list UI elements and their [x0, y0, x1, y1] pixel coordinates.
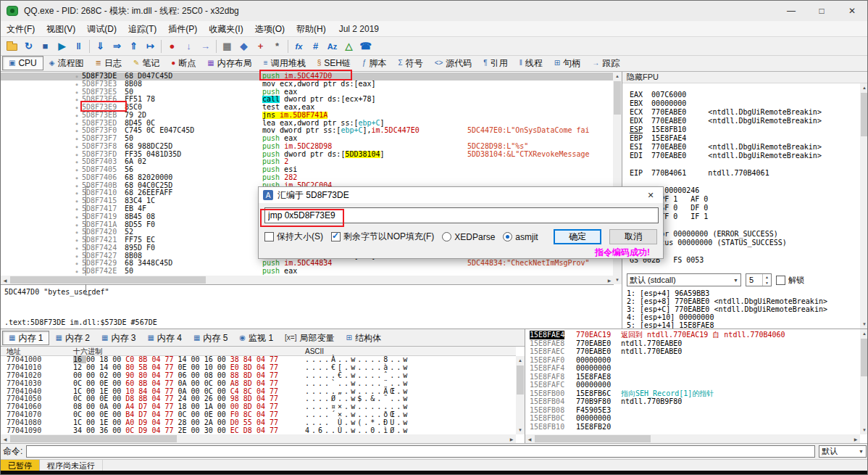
breakpoint-dot-icon[interactable]: ● [72, 189, 82, 197]
breakpoint-dot-icon[interactable]: ● [72, 80, 82, 88]
scroll-down-icon[interactable]: ▼ [860, 320, 868, 329]
tab-seh[interactable]: §SEH链 [312, 56, 356, 70]
register-line[interactable]: EAX 007C6000 [630, 91, 859, 99]
menu-view[interactable]: 视图(V) [41, 21, 81, 37]
stack-value[interactable]: 15E8FAE8 [576, 373, 611, 381]
disasm-comment[interactable] [467, 88, 614, 96]
disasm-instruction[interactable]: push 2 [262, 158, 467, 166]
stack-row[interactable]: 15E8FB0C00000000 [525, 414, 860, 423]
menu-debug[interactable]: 调试(D) [81, 21, 122, 37]
disasm-instruction[interactable]: push dword ptr ds:[5DD38104] [262, 151, 467, 159]
call-argument-line[interactable]: 5: [esp+14] 15E8FAE8 [627, 321, 859, 329]
tab-call-stack[interactable]: ≡调用堆栈 [258, 56, 312, 70]
scroll-up-icon[interactable]: ▲ [860, 83, 868, 92]
command-input[interactable] [26, 445, 815, 458]
register-line[interactable]: ESI 770EABE0 <ntdll.DbgUiRemoteBreakin> [630, 143, 859, 152]
scroll-thumb[interactable] [535, 435, 651, 442]
nop-fill-checkbox[interactable]: ✓ 剩余字节以NOP填充(F) [331, 231, 434, 243]
breakpoint-dot-icon[interactable]: ● [72, 158, 82, 166]
call-argument-line[interactable]: 3: [esp+C] 770EABE0 <ntdll.DbgUiRemoteBr… [627, 305, 859, 313]
stack-row[interactable]: 15E8FAF815E8FAE8 [525, 373, 860, 381]
scroll-thumb[interactable] [10, 435, 177, 442]
tab-locals[interactable]: [x=]局部变量 [279, 331, 340, 345]
breakpoint-dot-icon[interactable]: ● [72, 228, 82, 236]
disasm-address[interactable]: 5D8F73EB [82, 112, 125, 120]
run-icon[interactable]: ▶ [54, 38, 70, 54]
register-line[interactable]: EBX 00000000 [630, 99, 859, 108]
disasm-comment[interactable]: 5DD38104:&L"CTXRevokeMessage [467, 151, 614, 159]
disasm-instruction[interactable]: push im.5DC447D0 [262, 73, 467, 80]
breakpoint-dot-icon[interactable]: ● [72, 135, 82, 143]
command-script-combo[interactable]: 默认 ▼ [819, 445, 867, 458]
disasm-comment[interactable] [467, 158, 614, 166]
call-argument-line[interactable]: 1: [esp+4] 96A59BB3 [627, 289, 859, 297]
register-line[interactable]: ESP 15E8FB10 [630, 125, 859, 134]
disasm-bytes[interactable]: 8D55 F0 [125, 221, 262, 229]
tab-script[interactable]: ƒ脚本 [356, 56, 393, 70]
disasm-bytes[interactable]: C745 0C E047C45D [125, 127, 262, 135]
scroll-thumb[interactable] [517, 365, 524, 395]
stack-value[interactable]: 770B9F80 [576, 397, 611, 406]
menu-favourites[interactable]: 收藏夹(I) [203, 21, 249, 37]
disasm-address[interactable]: 5D8F73E3 [82, 80, 125, 88]
cancel-button[interactable]: 取消 [609, 229, 657, 244]
register-line[interactable]: EDX 770EABE0 <ntdll.DbgUiRemoteBreakin> [630, 117, 859, 125]
register-line[interactable]: ECX 770EABE0 <ntdll.DbgUiRemoteBreakin> [630, 108, 859, 117]
stack-address[interactable]: 15E8FAE8 [530, 339, 564, 348]
disasm-instruction[interactable]: push eax [262, 88, 467, 96]
menu-plugins[interactable]: 插件(P) [162, 21, 203, 37]
disasm-bytes[interactable]: 68 D047C45D [125, 73, 262, 80]
disasm-bytes[interactable]: FF51 78 [125, 96, 262, 104]
scylla-icon[interactable]: ◆ [235, 38, 252, 54]
trace-into-icon[interactable]: ↓ [180, 38, 197, 54]
keep-size-checkbox[interactable]: 保持大小(S) [264, 231, 323, 243]
disasm-bytes[interactable]: 68 3448C45D [125, 260, 262, 268]
az-icon[interactable]: Az [324, 38, 341, 54]
stack-address[interactable]: 15E8FAF4 [530, 364, 564, 373]
breakpoint-dot-icon[interactable]: ● [72, 112, 82, 120]
disasm-comment[interactable] [467, 112, 614, 120]
scroll-up-icon[interactable]: ▲ [516, 356, 525, 365]
stack-address[interactable]: 15E8FAEC [530, 347, 564, 356]
scroll-down-icon[interactable]: ▼ [516, 426, 525, 434]
breakpoint-dot-icon[interactable]: ● [72, 174, 82, 182]
scroll-right-icon[interactable]: ▶ [507, 434, 516, 443]
scroll-down-icon[interactable]: ▼ [860, 426, 868, 434]
tab-source[interactable]: <>源代码 [429, 56, 478, 70]
call-argument-line[interactable]: 4: [esp+10] 00000000 [627, 313, 859, 321]
stack-comment[interactable]: ntdll.770B9F80 [621, 397, 682, 406]
tab-cpu[interactable]: ▣CPU [2, 56, 43, 70]
scroll-thumb[interactable] [10, 276, 206, 284]
open-file-icon[interactable] [4, 38, 20, 54]
scroll-left-icon[interactable]: ◀ [1, 276, 9, 284]
settings-gear-icon[interactable]: * [269, 38, 285, 54]
register-line[interactable]: EFLAGS 00000246 [630, 186, 859, 195]
register-line[interactable]: EDI 770EABE0 <ntdll.DbgUiRemoteBreakin> [630, 152, 859, 160]
call-argument-line[interactable]: 2: [esp+8] 770EABE0 <ntdll.DbgUiRemoteBr… [627, 297, 859, 305]
stack-address[interactable]: 15E8FB04 [530, 397, 564, 406]
disasm-row[interactable]: ●5D8F73E38B08mov ecx,dword ptr ds:[eax] [1, 80, 614, 88]
disasm-row[interactable]: ●5D8F742E50push eax [1, 268, 614, 276]
breakpoint-dot-icon[interactable]: ● [72, 104, 82, 112]
disasm-bytes[interactable]: 895D F0 [125, 244, 262, 252]
disasm-instruction[interactable]: mov dword ptr ss:[ebp+C],im.5DC447E0 [262, 127, 467, 135]
dialog-close-icon[interactable]: ✕ [638, 187, 663, 203]
tab-dump-1[interactable]: ▦内存 1 [2, 331, 49, 345]
dump-hscrollbar[interactable]: ◀ ▶ [1, 434, 516, 443]
stack-value[interactable]: 770EABE0 [576, 347, 611, 356]
stack-vscrollbar[interactable]: ▲ ▼ [860, 329, 868, 434]
minimize-button[interactable]: — [776, 1, 806, 21]
breakpoint-dot-icon[interactable]: ● [72, 120, 82, 128]
stack-address[interactable]: 15E8FB08 [530, 406, 564, 415]
stop-icon[interactable]: ■ [37, 38, 54, 54]
stack-address[interactable]: 15E8FAF8 [530, 373, 564, 381]
register-line[interactable]: OF 0 SF 0 DF 0 [630, 204, 859, 212]
breakpoint-dot-icon[interactable]: ● [72, 205, 82, 213]
dump-vscrollbar[interactable]: ▲ ▼ [516, 356, 525, 434]
spin-up-icon[interactable]: ▲ [763, 274, 771, 280]
xedparse-radio[interactable]: XEDParse [442, 232, 495, 242]
tab-handles[interactable]: ⊞句柄 [548, 56, 586, 70]
stack-value[interactable]: 00000000 [576, 414, 611, 423]
stack-address[interactable]: 15E8FB00 [530, 389, 564, 398]
disasm-instruction[interactable]: push eax [262, 268, 467, 276]
